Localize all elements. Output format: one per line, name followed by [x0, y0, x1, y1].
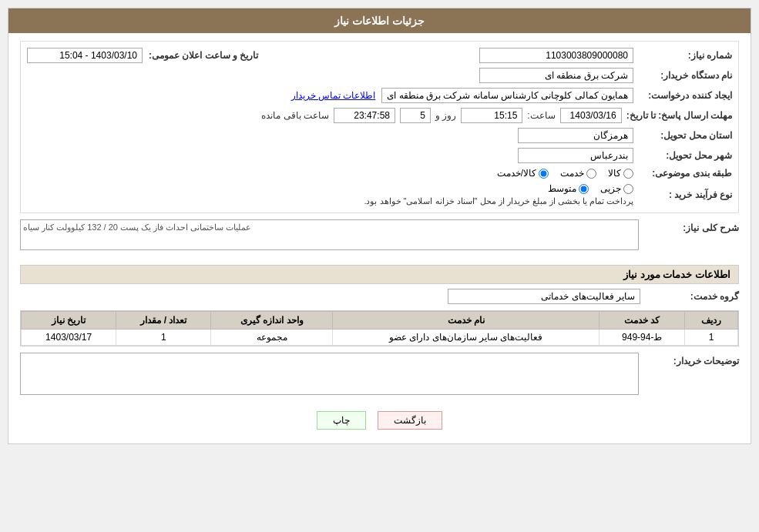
creator-value: همایون کمالی کلوچانی کارشناس سامانه شرکت… — [381, 88, 633, 103]
th-name: نام خدمت — [333, 312, 599, 330]
table-row: 1 ط-94-949 فعالیت‌های سایر سازمان‌های دا… — [22, 330, 738, 346]
row-creator: ایجاد کننده درخواست: همایون کمالی کلوچان… — [27, 88, 732, 103]
buyer-desc-container — [20, 353, 639, 397]
requester-org-label: نام دستگاه خریدار: — [640, 70, 732, 81]
deadline-time: 15:15 — [461, 108, 522, 123]
footer-buttons: بازگشت چاپ — [20, 405, 739, 436]
cell-qty: 1 — [116, 330, 211, 346]
creator-label: ایجاد کننده درخواست: — [640, 90, 732, 101]
services-table: ردیف کد خدمت نام خدمت واحد اندازه گیری ت… — [21, 311, 738, 346]
page-header: جزئیات اطلاعات نیاز — [8, 8, 751, 33]
category-option-1: کالا — [608, 168, 633, 179]
main-card: جزئیات اطلاعات نیاز شماره نیاز: 11030038… — [8, 8, 751, 444]
deadline-remaining-label: ساعت باقی مانده — [261, 110, 329, 121]
purchase-radio-group: جزیی متوسط — [364, 183, 633, 194]
purchase-motavaset-label: متوسط — [548, 183, 576, 194]
deadline-remaining: 23:47:58 — [334, 108, 395, 123]
province-label: استان محل تحویل: — [640, 130, 732, 141]
category-option-3: کالا/خدمت — [497, 168, 549, 179]
purchase-option-2: متوسط — [548, 183, 589, 194]
cell-date: 1403/03/17 — [22, 330, 116, 346]
cell-unit: مجموعه — [211, 330, 333, 346]
th-row: ردیف — [685, 312, 738, 330]
service-group-label: گروه خدمت: — [646, 291, 739, 302]
city-value: بندرعباس — [518, 148, 633, 163]
need-desc-container: عملیات ساختمانی احداث فاز یک پست 20 / 13… — [20, 219, 639, 253]
row-deadline: مهلت ارسال پاسخ: تا تاریخ: 1403/03/16 سا… — [27, 108, 732, 123]
requester-org-value: شرکت برق منطقه ای — [479, 68, 633, 83]
need-number-label: شماره نیاز: — [640, 50, 732, 61]
print-button[interactable]: چاپ — [317, 411, 366, 430]
card-body: شماره نیاز: 1103003809000080 تاریخ و ساع… — [8, 33, 751, 443]
category-option-2: خدمت — [560, 168, 596, 179]
back-button[interactable]: بازگشت — [378, 411, 442, 430]
category-radio-group: کالا خدمت کالا/خدمت — [497, 168, 633, 179]
buyer-desc-label: توضیحات خریدار: — [646, 353, 739, 366]
category-kala-label: کالا — [608, 168, 621, 179]
cell-row: 1 — [685, 330, 738, 346]
need-desc-value: عملیات ساختمانی احداث فاز یک پست 20 / 13… — [23, 223, 251, 233]
category-radio-kala[interactable] — [623, 169, 633, 179]
announce-value: 1403/03/10 - 15:04 — [27, 48, 143, 63]
row-category: طبقه بندی موضوعی: کالا خدمت کالا/خدمت — [27, 168, 732, 179]
table-header-row: ردیف کد خدمت نام خدمت واحد اندازه گیری ت… — [22, 312, 738, 330]
page-title: جزئیات اطلاعات نیاز — [334, 15, 425, 27]
info-section: شماره نیاز: 1103003809000080 تاریخ و ساع… — [20, 41, 739, 213]
row-purchase-type: نوع فرآیند خرید : جزیی متوسط — [27, 183, 732, 206]
cell-name: فعالیت‌های سایر سازمان‌های دارای عضو — [333, 330, 599, 346]
purchase-option-1: جزیی — [600, 183, 633, 194]
need-desc-label: شرح کلی نیاز: — [646, 219, 739, 233]
deadline-day-label: روز و — [435, 110, 456, 121]
purchase-type-label: نوع فرآیند خرید : — [640, 189, 732, 200]
service-info-title: اطلاعات خدمات مورد نیاز — [20, 265, 739, 284]
th-qty: تعداد / مقدار — [116, 312, 211, 330]
deadline-label: مهلت ارسال پاسخ: تا تاریخ: — [626, 110, 732, 121]
category-radio-khedmat[interactable] — [586, 169, 596, 179]
category-both-label: کالا/خدمت — [497, 168, 536, 179]
th-date: تاریخ نیاز — [22, 312, 116, 330]
city-label: شهر محل تحویل: — [640, 150, 732, 161]
need-number-value: 1103003809000080 — [479, 48, 633, 63]
th-unit: واحد اندازه گیری — [211, 312, 333, 330]
buyer-desc-section: توضیحات خریدار: — [20, 353, 739, 397]
purchase-note: پرداخت تمام یا بخشی از مبلغ خریدار از مح… — [364, 196, 633, 206]
category-label: طبقه بندی موضوعی: — [640, 168, 732, 179]
services-table-container: ردیف کد خدمت نام خدمت واحد اندازه گیری ت… — [20, 310, 739, 346]
row-need-number: شماره نیاز: 1103003809000080 تاریخ و ساع… — [27, 48, 732, 63]
buyer-desc-textarea[interactable] — [20, 353, 639, 395]
need-desc-section: شرح کلی نیاز: عملیات ساختمانی احداث فاز … — [20, 219, 739, 259]
deadline-days: 5 — [400, 108, 431, 123]
cell-code: ط-94-949 — [599, 330, 685, 346]
category-radio-both[interactable] — [539, 169, 549, 179]
deadline-date: 1403/03/16 — [560, 108, 622, 123]
row-requester: نام دستگاه خریدار: شرکت برق منطقه ای — [27, 68, 732, 83]
deadline-time-label: ساعت: — [527, 110, 555, 121]
announce-label: تاریخ و ساعت اعلان عمومی: — [149, 50, 258, 61]
purchase-jozi-label: جزیی — [600, 183, 621, 194]
purchase-radio-jozi[interactable] — [623, 184, 633, 194]
province-value: هرمزگان — [518, 128, 633, 143]
row-service-group: گروه خدمت: سایر فعالیت‌های خدماتی — [20, 289, 739, 304]
creator-link[interactable]: اطلاعات تماس خریدار — [291, 90, 376, 101]
row-province: استان محل تحویل: هرمزگان — [27, 128, 732, 143]
purchase-radio-motavaset[interactable] — [579, 184, 589, 194]
th-code: کد خدمت — [599, 312, 685, 330]
service-group-value: سایر فعالیت‌های خدماتی — [448, 289, 640, 304]
category-khedmat-label: خدمت — [560, 168, 584, 179]
row-city: شهر محل تحویل: بندرعباس — [27, 148, 732, 163]
